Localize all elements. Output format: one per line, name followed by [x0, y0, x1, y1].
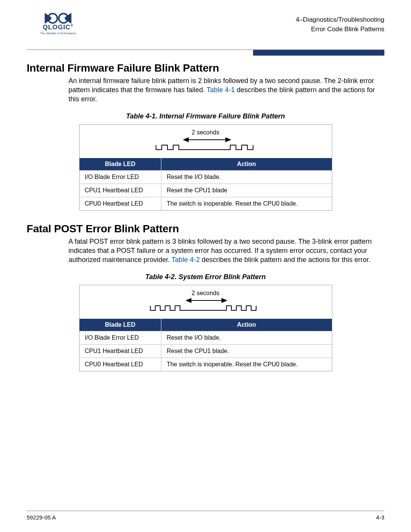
section-2-title: Fatal POST Error Blink Pattern [27, 223, 384, 235]
table-row: CPU1 Heartbeat LED Reset the CPU1 blade. [80, 344, 332, 358]
table-header-row: Blade LED Action [80, 158, 332, 171]
svg-marker-6 [186, 299, 191, 302]
header-section-path: 4–Diagnostics/Troubleshooting Error Code… [296, 15, 384, 34]
header-line-2: Error Code Blink Patterns [296, 25, 384, 34]
col-header-blade-led: Blade LED [80, 158, 161, 171]
header-line-1: 4–Diagnostics/Troubleshooting [296, 15, 384, 25]
table-4-1-box: 2 seconds Blade LED Action [79, 124, 332, 211]
svg-marker-3 [184, 138, 188, 142]
blink-diagram-2: 2 seconds [80, 125, 332, 158]
section-1-title: Internal Firmware Failure Blink Pattern [27, 62, 384, 74]
col-header-action: Action [161, 158, 332, 171]
svg-marker-7 [222, 299, 226, 302]
qlogic-logo: QLOGIC® The Ultimate in Performance [40, 11, 76, 35]
table-4-1-caption: Table 4-1. Internal Firmware Failure Bli… [27, 112, 384, 120]
col-header-action: Action [161, 319, 332, 331]
table-header-row: Blade LED Action [80, 319, 332, 331]
table-row: CPU0 Heartbeat LED The switch is inopera… [80, 358, 332, 371]
header-rule [27, 50, 384, 50]
table-row: I/O Blade Error LED Reset the I/O blade. [80, 331, 332, 344]
table-4-1-link[interactable]: Table 4-1 [207, 86, 235, 94]
footer-doc-id: 59229-05 A [27, 514, 56, 521]
diagram-2-label: 2 seconds [80, 290, 332, 297]
logo-brand-text: QLOGIC® [40, 24, 76, 31]
table-4-1: Blade LED Action I/O Blade Error LED Res… [80, 158, 332, 210]
table-4-2-link[interactable]: Table 4-2 [172, 256, 200, 264]
header-accent-bar [253, 50, 384, 56]
table-4-2: Blade LED Action I/O Blade Error LED Res… [80, 319, 332, 371]
blink-pattern-2-icon [154, 137, 257, 153]
page: QLOGIC® The Ultimate in Performance 4–Di… [0, 0, 411, 532]
blink-diagram-3: 2 seconds [80, 285, 332, 319]
blink-pattern-3-icon [148, 297, 263, 313]
diagram-1-label: 2 seconds [80, 129, 332, 136]
logo-tagline: The Ultimate in Performance [40, 32, 76, 35]
footer-page-number: 4-3 [376, 514, 384, 521]
table-4-2-caption: Table 4-2. System Error Blink Pattern [27, 273, 384, 281]
table-row: CPU1 Heartbeat LED Reset the CPU1 blade [80, 184, 332, 197]
table-row: CPU0 Heartbeat LED The switch is inopera… [80, 197, 332, 210]
section-1-paragraph: An internal firmware failure blink patte… [68, 77, 384, 104]
table-row: I/O Blade Error LED Reset the I/O blade. [80, 170, 332, 184]
page-header: QLOGIC® The Ultimate in Performance 4–Di… [27, 11, 384, 42]
col-header-blade-led: Blade LED [80, 319, 161, 331]
table-4-2-box: 2 seconds Blade LED Action [79, 285, 332, 371]
logo-mark-icon [40, 11, 76, 25]
section-2-paragraph: A fatal POST error blink pattern is 3 bl… [68, 237, 384, 265]
page-footer: 59229-05 A 4-3 [27, 511, 384, 521]
svg-marker-4 [226, 138, 230, 142]
